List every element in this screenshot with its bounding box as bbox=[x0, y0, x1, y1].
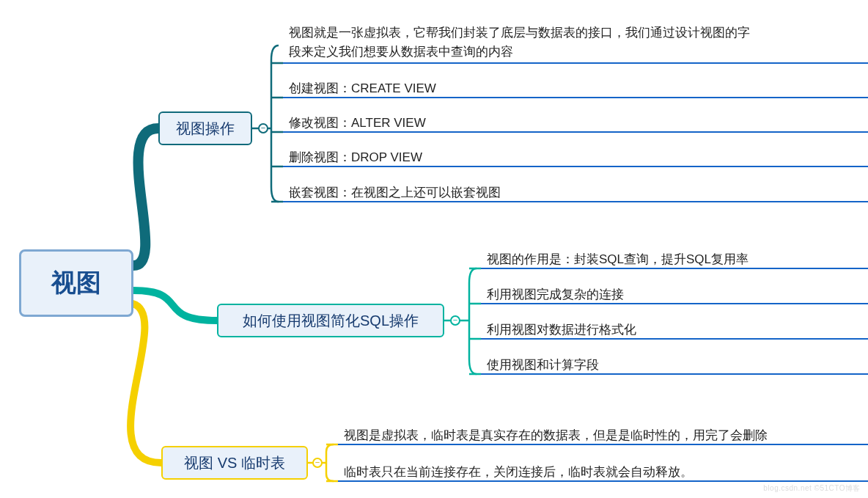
leaf-text: 嵌套视图：在视图之上还可以嵌套视图 bbox=[289, 183, 501, 202]
connectors-layer bbox=[0, 0, 868, 498]
expander-icon[interactable] bbox=[312, 458, 323, 468]
leaf-text: 创建视图：CREATE VIEW bbox=[289, 79, 436, 98]
branch-node-simplify-sql[interactable]: 如何使用视图简化SQL操作 bbox=[217, 304, 444, 337]
leaf-text: 利用视图对数据进行格式化 bbox=[487, 321, 636, 340]
leaf-text: 视图的作用是：封装SQL查询，提升SQL复用率 bbox=[487, 250, 749, 269]
leaf-text: 删除视图：DROP VIEW bbox=[289, 148, 422, 167]
expander-icon[interactable] bbox=[258, 123, 268, 133]
expander-icon[interactable] bbox=[450, 315, 460, 326]
branch-label: 视图操作 bbox=[176, 119, 235, 139]
watermark-text: blog.csdn.net ©51CTO博客 bbox=[763, 483, 861, 494]
leaf-text: 利用视图完成复杂的连接 bbox=[487, 285, 624, 304]
root-label: 视图 bbox=[51, 266, 101, 300]
leaf-text: 临时表只在当前连接存在，关闭连接后，临时表就会自动释放。 bbox=[344, 463, 693, 482]
leaf-text: 修改视图：ALTER VIEW bbox=[289, 114, 426, 133]
leaf-text: 使用视图和计算字段 bbox=[487, 356, 599, 375]
branch-label: 视图 VS 临时表 bbox=[184, 453, 285, 473]
root-node[interactable]: 视图 bbox=[19, 249, 133, 317]
branch-label: 如何使用视图简化SQL操作 bbox=[243, 311, 419, 331]
leaf-text: 视图就是一张虚拟表，它帮我们封装了底层与数据表的接口，我们通过设计视图的字段来定… bbox=[289, 23, 868, 61]
mindmap-canvas: 视图 视图操作 视图就是一张虚拟表，它帮我们封装了底层与数据表的接口，我们通过设… bbox=[0, 0, 868, 498]
leaf-text: 视图是虚拟表，临时表是真实存在的数据表，但是是临时性的，用完了会删除 bbox=[344, 426, 768, 445]
branch-node-view-vs-temp[interactable]: 视图 VS 临时表 bbox=[161, 446, 308, 480]
branch-node-view-ops[interactable]: 视图操作 bbox=[158, 111, 252, 145]
